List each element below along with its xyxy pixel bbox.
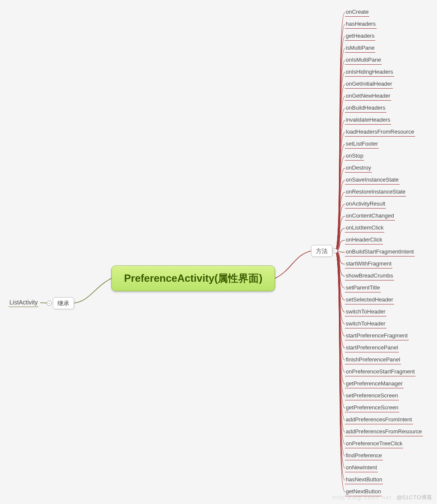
method-leaf[interactable]: startPreferenceFragment [345, 332, 409, 340]
method-label: onListItemClick [346, 224, 383, 231]
method-leaf[interactable]: hasNextButton [345, 476, 383, 484]
method-label: findPreference [346, 452, 382, 459]
collapse-icon[interactable]: - [332, 248, 338, 253]
method-leaf[interactable]: onDestroy [345, 164, 372, 173]
method-label: onGetInitialHeader [346, 81, 392, 87]
method-label: switchToHeader [346, 308, 386, 315]
method-label: setListFooter [346, 140, 378, 147]
method-label: onHeaderClick [346, 236, 382, 243]
method-label: invalidateHeaders [346, 116, 390, 123]
method-label: onRestoreInstanceState [346, 188, 405, 195]
method-label: onGetNewHeader [346, 92, 390, 99]
method-leaf[interactable]: onBuildHeaders [345, 104, 386, 113]
watermark-faint: http blog csdn net [332, 494, 392, 501]
method-leaf[interactable]: findPreference [345, 452, 383, 460]
method-label: startPreferenceFragment [346, 332, 408, 339]
method-leaf[interactable]: isMultiPane [345, 45, 375, 53]
method-label: switchToHeader [346, 320, 386, 327]
method-label: onSaveInstanceState [346, 176, 399, 183]
method-leaf[interactable]: onBuildStartFragmentIntent [345, 248, 415, 256]
method-leaf[interactable]: loadHeadersFromResource [345, 128, 415, 137]
inherit-leaf[interactable]: ListActivity [9, 299, 39, 307]
method-leaf[interactable]: addPreferencesFromIntent [345, 416, 413, 424]
method-leaf[interactable]: onPreferenceTreeClick [345, 440, 403, 448]
method-leaf[interactable]: onRestoreInstanceState [345, 188, 406, 197]
method-leaf[interactable]: switchToHeader [345, 308, 386, 316]
method-leaf[interactable]: onContentChanged [345, 212, 395, 221]
method-label: addPreferencesFromIntent [346, 416, 412, 423]
method-label: startWithFragment [346, 260, 392, 267]
method-leaf[interactable]: switchToHeader [345, 320, 386, 328]
method-leaf[interactable]: finishPreferencePanel [345, 356, 401, 364]
method-label: onCreate [346, 9, 368, 15]
method-leaf[interactable]: getPreferenceManager [345, 380, 404, 388]
method-label: finishPreferencePanel [346, 356, 400, 363]
method-label: setParentTitle [346, 284, 380, 291]
method-leaf[interactable]: startPreferencePanel [345, 344, 399, 352]
method-label: hasNextButton [346, 476, 382, 483]
method-label: getHeaders [346, 33, 374, 39]
collapse-icon[interactable]: - [47, 301, 52, 306]
method-leaf[interactable]: onListItemClick [345, 224, 384, 233]
method-leaf[interactable]: onIsMultiPane [345, 57, 382, 65]
method-leaf[interactable]: onGetNewHeader [345, 92, 391, 101]
method-label: setPreferenceScreen [346, 392, 398, 399]
method-label: onNewIntent [346, 464, 377, 471]
method-leaf[interactable]: onStop [345, 152, 364, 161]
method-label: onActivityResult [346, 200, 385, 207]
method-leaf[interactable]: onPreferenceStartFragment [345, 368, 416, 376]
method-leaf[interactable]: onCreate [345, 9, 369, 17]
method-label: onDestroy [346, 164, 371, 171]
method-leaf[interactable]: startWithFragment [345, 260, 392, 268]
method-label: onPreferenceTreeClick [346, 440, 402, 447]
inherit-leaf-label: ListActivity [9, 299, 38, 306]
method-leaf[interactable]: setPreferenceScreen [345, 392, 399, 400]
method-leaf[interactable]: getPreferenceScreen [345, 404, 399, 412]
method-label: onStop [346, 152, 363, 159]
method-label: onIsMultiPane [346, 57, 381, 63]
method-leaf[interactable]: setListFooter [345, 140, 379, 149]
method-leaf[interactable]: getHeaders [345, 33, 375, 41]
method-label: showBreadCrumbs [346, 272, 393, 279]
watermark: http blog csdn net @51CTO博客 [332, 494, 433, 501]
method-leaf[interactable]: showBreadCrumbs [345, 272, 394, 280]
method-label: onContentChanged [346, 212, 394, 219]
method-label: startPreferencePanel [346, 344, 398, 351]
method-label: onBuildHeaders [346, 104, 386, 111]
method-label: getPreferenceManager [346, 380, 403, 387]
root-node[interactable]: PreferenceActivity(属性界面) [111, 265, 275, 291]
method-label: addPreferencesFromResource [346, 428, 422, 435]
method-leaf[interactable]: setSelectedHeader [345, 296, 394, 304]
method-leaf[interactable]: hasHeaders [345, 21, 377, 29]
method-label: onPreferenceStartFragment [346, 368, 415, 375]
method-label: hasHeaders [346, 21, 376, 27]
root-label: PreferenceActivity(属性界面) [124, 271, 263, 285]
method-leaf[interactable]: invalidateHeaders [345, 116, 391, 125]
methods-node-label: 方法 [316, 248, 328, 254]
method-leaf[interactable]: onIsHidingHeaders [345, 69, 394, 77]
method-leaf[interactable]: onGetInitialHeader [345, 81, 393, 89]
inherit-node[interactable]: 继承 [53, 297, 74, 309]
methods-node[interactable]: 方法 [311, 245, 332, 257]
method-label: isMultiPane [346, 45, 374, 51]
method-leaf[interactable]: onActivityResult [345, 200, 386, 209]
method-leaf[interactable]: addPreferencesFromResource [345, 428, 423, 436]
method-label: onBuildStartFragmentIntent [346, 248, 414, 255]
method-leaf[interactable]: onNewIntent [345, 464, 378, 472]
method-label: getPreferenceScreen [346, 404, 398, 411]
method-leaf[interactable]: onHeaderClick [345, 236, 383, 245]
method-label: onIsHidingHeaders [346, 69, 393, 75]
inherit-node-label: 继承 [57, 300, 69, 307]
method-leaf[interactable]: setParentTitle [345, 284, 381, 292]
method-label: loadHeadersFromResource [346, 128, 414, 135]
method-leaf[interactable]: onSaveInstanceState [345, 176, 400, 185]
method-label: setSelectedHeader [346, 296, 393, 303]
watermark-text: @51CTO博客 [396, 494, 433, 501]
